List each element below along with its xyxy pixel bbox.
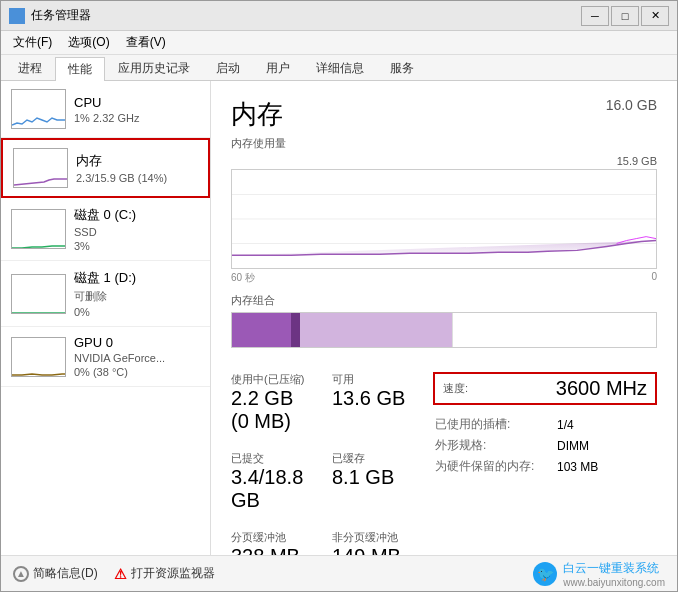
menu-options[interactable]: 选项(O) [60, 32, 117, 53]
panel-total-value: 16.0 GB [606, 97, 657, 113]
disk0-sub2: 3% [74, 240, 200, 252]
footer: ▲ 简略信息(D) ⚠ 打开资源监视器 🐦 白云一键重装系统 www.baiyu… [1, 555, 677, 591]
gpu-name: GPU 0 [74, 335, 200, 350]
stat-paged: 分页缓冲池 328 MB [231, 530, 316, 555]
slots-row: 已使用的插槽: 1/4 [435, 415, 655, 434]
composition-label: 内存组合 [231, 293, 657, 308]
monitor-label: 打开资源监视器 [131, 565, 215, 582]
main-content: CPU 1% 2.32 GHz 内存 2.3/15.9 GB (14%) [1, 81, 677, 555]
nonpaged-value: 149 MB [332, 545, 417, 555]
cached-value: 8.1 GB [332, 466, 417, 489]
form-label: 外形规格: [435, 436, 555, 455]
bird-icon: 🐦 [533, 562, 557, 586]
logo-text: 白云一键重装系统 [563, 560, 665, 577]
stat-nonpaged: 非分页缓冲池 149 MB [332, 530, 417, 555]
info-table: 已使用的插槽: 1/4 外形规格: DIMM 为硬件保留的内存: 103 MB [433, 413, 657, 478]
tab-app-history[interactable]: 应用历史记录 [105, 56, 203, 80]
svg-rect-0 [11, 10, 16, 15]
close-button[interactable]: ✕ [641, 6, 669, 26]
panel-title: 内存 [231, 97, 283, 132]
gpu-sub2: 0% (38 °C) [74, 366, 200, 378]
tab-performance[interactable]: 性能 [55, 57, 105, 81]
bottom-stats: 使用中(已压缩) 2.2 GB (0 MB) 可用 13.6 GB 已提交 3.… [231, 360, 657, 555]
right-info-col: 速度: 3600 MHz 已使用的插槽: 1/4 外形规格: DIMM [417, 372, 657, 555]
composition-section: 内存组合 [231, 293, 657, 348]
disk1-name: 磁盘 1 (D:) [74, 269, 200, 287]
speed-value: 3600 MHz [556, 377, 647, 400]
maximize-button[interactable]: □ [611, 6, 639, 26]
stat-in-use: 使用中(已压缩) 2.2 GB (0 MB) [231, 372, 316, 433]
panel-header: 内存 16.0 GB [231, 97, 657, 132]
usage-max-label: 15.9 GB [617, 155, 657, 167]
warning-icon: ⚠ [114, 566, 127, 582]
sidebar-item-cpu[interactable]: CPU 1% 2.32 GHz [1, 81, 210, 138]
tab-users[interactable]: 用户 [253, 56, 303, 80]
usage-graph-label: 内存使用量 [231, 136, 657, 151]
sidebar-item-disk0[interactable]: 磁盘 0 (C:) SSD 3% [1, 198, 210, 261]
sidebar-item-memory[interactable]: 内存 2.3/15.9 GB (14%) [1, 138, 210, 198]
available-label: 可用 [332, 372, 417, 387]
nonpaged-label: 非分页缓冲池 [332, 530, 417, 545]
disk0-name: 磁盘 0 (C:) [74, 206, 200, 224]
sidebar-item-gpu[interactable]: GPU 0 NVIDIA GeForce... 0% (38 °C) [1, 327, 210, 387]
graph-time-right: 0 [651, 271, 657, 285]
tab-startup[interactable]: 启动 [203, 56, 253, 80]
slots-label: 已使用的插槽: [435, 415, 555, 434]
disk1-sub1: 可删除 [74, 289, 200, 304]
tab-services[interactable]: 服务 [377, 56, 427, 80]
speed-highlight-box: 速度: 3600 MHz [433, 372, 657, 405]
gpu-sub1: NVIDIA GeForce... [74, 352, 200, 364]
cached-label: 已缓存 [332, 451, 417, 466]
title-bar: 任务管理器 ─ □ ✕ [1, 1, 677, 31]
comp-used [232, 313, 291, 347]
tab-details[interactable]: 详细信息 [303, 56, 377, 80]
sidebar: CPU 1% 2.32 GHz 内存 2.3/15.9 GB (14%) [1, 81, 211, 555]
circle-icon: ▲ [13, 566, 29, 582]
window-controls: ─ □ ✕ [581, 6, 669, 26]
stat-available: 可用 13.6 GB [332, 372, 417, 433]
app-icon [9, 8, 25, 24]
paged-label: 分页缓冲池 [231, 530, 316, 545]
stat-cached: 已缓存 8.1 GB [332, 451, 417, 512]
committed-label: 已提交 [231, 451, 316, 466]
comp-free [452, 313, 656, 347]
composition-bar [231, 312, 657, 348]
cpu-name: CPU [74, 95, 200, 110]
minimize-button[interactable]: ─ [581, 6, 609, 26]
in-use-value: 2.2 GB (0 MB) [231, 387, 316, 433]
available-value: 13.6 GB [332, 387, 417, 410]
tab-bar: 进程 性能 应用历史记录 启动 用户 详细信息 服务 [1, 55, 677, 81]
cpu-sub: 1% 2.32 GHz [74, 112, 200, 124]
paged-value: 328 MB [231, 545, 316, 555]
slots-value: 1/4 [557, 415, 655, 434]
menu-file[interactable]: 文件(F) [5, 32, 60, 53]
monitor-link[interactable]: ⚠ 打开资源监视器 [114, 565, 215, 582]
svg-rect-2 [11, 17, 16, 22]
summary-link[interactable]: ▲ 简略信息(D) [13, 565, 98, 582]
reserved-row: 为硬件保留的内存: 103 MB [435, 457, 655, 476]
tab-process[interactable]: 进程 [5, 56, 55, 80]
memory-mini-graph [13, 148, 68, 188]
disk0-mini-graph [11, 209, 66, 249]
reserved-label: 为硬件保留的内存: [435, 457, 555, 476]
window: 任务管理器 ─ □ ✕ 文件(F) 选项(O) 查看(V) 进程 性能 应用历史… [0, 0, 678, 592]
footer-left: ▲ 简略信息(D) ⚠ 打开资源监视器 [13, 565, 215, 582]
cpu-mini-graph [11, 89, 66, 129]
logo-url: www.baiyunxitong.com [563, 577, 665, 588]
disk1-mini-graph [11, 274, 66, 314]
left-stats: 使用中(已压缩) 2.2 GB (0 MB) 可用 13.6 GB 已提交 3.… [231, 360, 417, 555]
menu-bar: 文件(F) 选项(O) 查看(V) [1, 31, 677, 55]
comp-modified [291, 313, 299, 347]
sidebar-item-disk1[interactable]: 磁盘 1 (D:) 可删除 0% [1, 261, 210, 327]
svg-rect-3 [18, 17, 23, 22]
summary-label: 简略信息(D) [33, 565, 98, 582]
memory-name: 内存 [76, 152, 198, 170]
speed-label: 速度: [443, 381, 468, 396]
title-text: 任务管理器 [31, 7, 581, 24]
graph-time-left: 60 秒 [231, 271, 255, 285]
in-use-label: 使用中(已压缩) [231, 372, 316, 387]
gpu-mini-graph [11, 337, 66, 377]
form-value: DIMM [557, 436, 655, 455]
menu-view[interactable]: 查看(V) [118, 32, 174, 53]
reserved-value: 103 MB [557, 457, 655, 476]
